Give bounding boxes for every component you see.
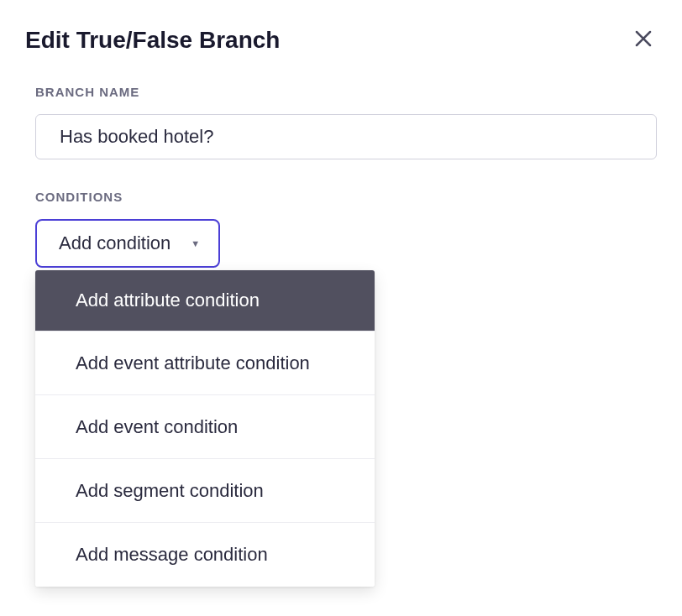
menu-item-add-attribute-condition[interactable]: Add attribute condition: [35, 270, 375, 331]
close-button[interactable]: [630, 25, 657, 55]
chevron-down-icon: ▼: [191, 238, 200, 248]
menu-item-add-message-condition[interactable]: Add message condition: [35, 523, 375, 587]
dialog-title: Edit True/False Branch: [25, 27, 280, 54]
branch-name-label: BRANCH NAME: [35, 85, 657, 99]
menu-item-add-event-condition[interactable]: Add event condition: [35, 395, 375, 459]
conditions-label: CONDITIONS: [35, 190, 657, 204]
menu-item-label: Add event condition: [76, 416, 238, 438]
menu-item-label: Add event attribute condition: [76, 352, 310, 374]
conditions-group: CONDITIONS Add condition ▼ Add attribute…: [35, 190, 657, 268]
add-condition-trigger[interactable]: Add condition ▼: [35, 219, 220, 268]
menu-item-add-event-attribute-condition[interactable]: Add event attribute condition: [35, 331, 375, 395]
menu-item-label: Add message condition: [76, 544, 268, 566]
branch-name-group: BRANCH NAME: [35, 85, 657, 159]
menu-item-add-segment-condition[interactable]: Add segment condition: [35, 459, 375, 523]
add-condition-dropdown: Add condition ▼ Add attribute condition …: [35, 219, 220, 268]
add-condition-menu: Add attribute condition Add event attrib…: [35, 270, 375, 587]
branch-name-input[interactable]: [35, 114, 657, 159]
add-condition-trigger-label: Add condition: [59, 232, 170, 254]
menu-item-label: Add attribute condition: [76, 290, 260, 311]
menu-item-label: Add segment condition: [76, 480, 264, 502]
dialog-header: Edit True/False Branch: [25, 25, 657, 55]
close-icon: [633, 29, 653, 51]
